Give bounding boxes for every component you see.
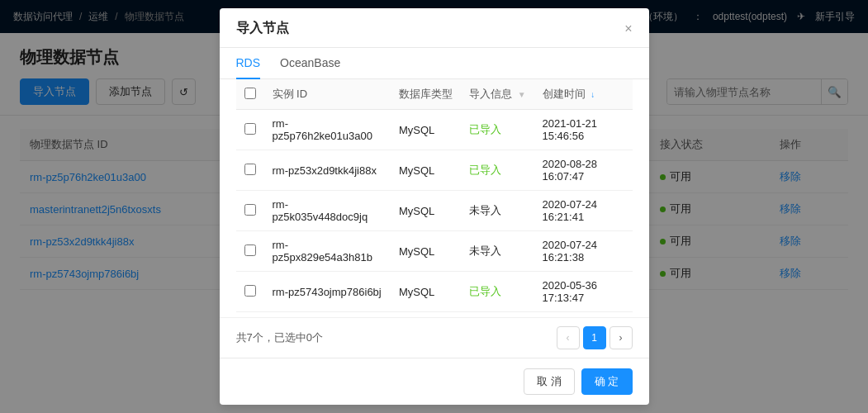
import-info-0: 已导入 xyxy=(469,123,501,135)
tab-rds[interactable]: RDS xyxy=(236,48,261,79)
db-type-0: MySQL xyxy=(399,124,434,136)
prev-page-button[interactable]: ‹ xyxy=(557,326,580,349)
col-create-time: 创建时间 ↓ xyxy=(534,79,633,110)
create-time-3: 2020-07-24 16:21:38 xyxy=(543,239,598,263)
modal-pagination: 共7个，已选中0个 ‹ 1 › xyxy=(220,317,649,358)
tab-oceanbase[interactable]: OceanBase xyxy=(280,48,340,79)
row-checkbox-3[interactable] xyxy=(244,244,256,256)
modal-table-row: rm-pz5k035v448doc9jq MySQL 未导入 2020-07-2… xyxy=(236,191,633,231)
modal-table-row: rm-pz5743ojmp786i6bj MySQL 已导入 2020-05-3… xyxy=(236,272,633,312)
instance-id-2: rm-pz5k035v448doc9jq xyxy=(273,198,368,223)
pagination-buttons: ‹ 1 › xyxy=(557,326,633,349)
cancel-button[interactable]: 取 消 xyxy=(524,368,575,395)
select-all-checkbox[interactable] xyxy=(244,88,256,99)
import-info-1: 已导入 xyxy=(469,164,501,176)
confirm-button[interactable]: 确 定 xyxy=(581,368,633,395)
import-info-4: 已导入 xyxy=(469,285,501,297)
row-checkbox-0[interactable] xyxy=(244,123,256,135)
modal-table-row: rm-pz53x2d9tkk4ji88x MySQL 已导入 2020-08-2… xyxy=(236,150,633,191)
modal-close-button[interactable]: × xyxy=(624,22,632,36)
create-time-4: 2020-05-36 17:13:47 xyxy=(543,279,598,304)
modal-title: 导入节点 xyxy=(236,20,289,37)
import-modal: 导入节点 × RDS OceanBase 实例 ID 数据库类型 xyxy=(220,8,649,405)
modal-table-row: rm-pz5px829e54a3h81b MySQL 未导入 2020-07-2… xyxy=(236,231,633,272)
modal-table-row: rm-pz5p76h2ke01u3a00 MySQL 已导入 2021-01-2… xyxy=(236,110,633,150)
row-checkbox-1[interactable] xyxy=(244,164,256,175)
col-check xyxy=(236,79,264,110)
import-info-3: 未导入 xyxy=(469,244,501,257)
db-type-3: MySQL xyxy=(399,245,434,258)
import-info-2: 未导入 xyxy=(469,204,501,216)
sort-icon[interactable]: ↓ xyxy=(591,90,595,99)
create-time-0: 2021-01-21 15:46:56 xyxy=(543,117,598,142)
rds-table: 实例 ID 数据库类型 导入信息 ▼ 创建时间 ↓ rm-pz5p xyxy=(236,79,633,317)
col-import-info: 导入信息 ▼ xyxy=(461,79,534,110)
instance-id-3: rm-pz5px829e54a3h81b xyxy=(273,239,372,263)
instance-id-0: rm-pz5p76h2ke01u3a00 xyxy=(273,117,372,142)
filter-icon[interactable]: ▼ xyxy=(518,90,526,99)
modal-overlay[interactable]: 导入节点 × RDS OceanBase 实例 ID 数据库类型 xyxy=(0,0,868,413)
page-1-button[interactable]: 1 xyxy=(583,326,606,349)
db-type-1: MySQL xyxy=(399,164,434,177)
instance-id-1: rm-pz53x2d9tkk4ji88x xyxy=(273,164,377,177)
modal-tabs: RDS OceanBase xyxy=(220,48,649,79)
col-db-type: 数据库类型 xyxy=(391,79,461,110)
create-time-1: 2020-08-28 16:07:47 xyxy=(543,158,598,183)
col-instance-id: 实例 ID xyxy=(264,79,391,110)
db-type-2: MySQL xyxy=(399,205,434,217)
modal-header: 导入节点 × xyxy=(220,8,649,48)
row-checkbox-2[interactable] xyxy=(244,204,256,216)
row-checkbox-4[interactable] xyxy=(244,285,256,297)
create-time-2: 2020-07-24 16:21:41 xyxy=(543,198,598,223)
modal-body: 实例 ID 数据库类型 导入信息 ▼ 创建时间 ↓ rm-pz5p xyxy=(220,79,649,317)
db-type-4: MySQL xyxy=(399,286,434,298)
modal-footer: 取 消 确 定 xyxy=(220,358,649,405)
pagination-info: 共7个，已选中0个 xyxy=(236,330,323,345)
instance-id-4: rm-pz5743ojmp786i6bj xyxy=(273,286,382,298)
next-page-button[interactable]: › xyxy=(609,326,633,349)
